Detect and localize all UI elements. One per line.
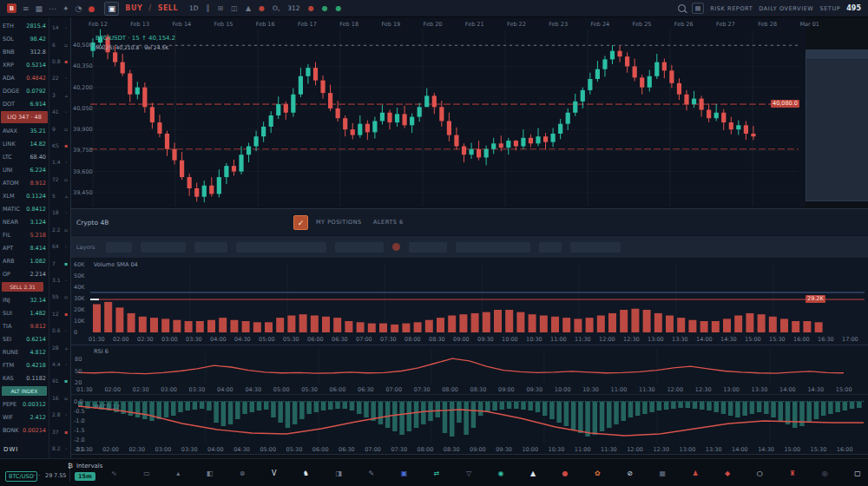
setup-link[interactable]: SETUP [819,5,840,12]
search-icon[interactable] [678,4,686,12]
taskbar-icon[interactable]: ⊗ [240,470,246,477]
candlestick-chart[interactable] [71,17,806,208]
ghost-button[interactable] [106,242,132,253]
watchlist-row[interactable]: WIF2.412 [0,410,49,424]
indicator-icon[interactable]: ▲ [246,4,251,12]
taskbar-icon[interactable]: ✎ [369,470,375,477]
watchlist-row[interactable]: BONK0.00214 [0,424,49,437]
watchlist-row[interactable]: ATOM8.912 [0,176,49,189]
taskbar-icon[interactable]: ✿ [595,470,601,477]
screener-panel-icon[interactable]: ▤ [692,3,704,14]
metric-row[interactable]: 18◦ [49,204,70,220]
alt-index-chip[interactable]: ALT INDEX [2,386,47,396]
metric-row[interactable]: 22◦ [49,69,70,86]
taskbar-icon[interactable]: ♜ [789,470,795,477]
history-icon[interactable]: ◔ [76,4,82,13]
metric-row[interactable]: KS▪ [49,137,70,154]
metric-row[interactable]: 55▫ [49,288,70,305]
more-icon[interactable]: ⋯ [49,4,56,13]
taskbar-icon[interactable]: ▭ [143,470,150,477]
record-dot-icon[interactable]: ● [259,4,265,12]
watchlist-row[interactable]: DOGE0.0792 [0,84,49,97]
metric-row[interactable]: 6▫ [49,36,70,52]
metric-row[interactable]: 9▫ [49,120,70,136]
taskbar-icon[interactable]: ▣ [401,470,408,477]
watchlist-row[interactable]: TIA9.812 [0,319,49,332]
order-ticket-button[interactable]: ▣ [104,2,119,16]
watchlist-row[interactable]: MATIC0.8412 [0,202,49,215]
liquidation-alert-row[interactable]: LIQ 347 · 48 [1,111,48,123]
interval-button[interactable]: 1D [189,4,199,12]
taskbar-icon[interactable]: ▽ [466,470,471,477]
taskbar-icon[interactable]: ▢ [854,470,861,477]
taskbar-icon[interactable]: ◧ [207,470,214,477]
watchlist-row[interactable]: NEAR3.124 [0,215,49,228]
order-book-panel[interactable] [806,49,868,201]
sell-button[interactable]: SELL [158,4,178,12]
metric-row[interactable]: 41◦ [49,103,70,120]
status-green-icon[interactable]: ● [322,4,328,12]
watchlist-row[interactable]: LTC68.40 [0,150,49,163]
taskbar-icon[interactable]: ∿ [111,470,117,477]
watchlist-row[interactable]: XLM0.1124 [0,189,49,202]
open-label[interactable]: O, [273,4,279,12]
taskbar-icon[interactable]: ♟ [692,470,698,477]
metric-row[interactable]: 64◦ [49,238,70,254]
taskbar-icon[interactable]: ◆ [725,470,730,477]
metric-row[interactable]: 2.2▫ [49,221,70,238]
taskbar-icon[interactable]: ♞ [303,470,309,477]
taskbar-icon[interactable]: ▦ [659,470,666,477]
metric-row[interactable]: 91▪ [49,372,70,389]
watchlist-row[interactable]: LINK14.82 [0,137,49,150]
risk-report-link[interactable]: RISK REPORT [710,5,753,12]
watchlist-row[interactable]: ADA0.4842 [0,71,49,84]
volume-chart[interactable] [71,259,868,345]
taskbar-icon[interactable]: ⇄ [434,470,440,477]
watchlist-row[interactable]: SUI1.482 [0,306,49,319]
count-label[interactable]: 312 [287,4,299,12]
watchlist-row[interactable]: INJ32.14 [0,293,49,306]
watchlist-row[interactable]: FIL5.218 [0,228,49,241]
taskbar-icon[interactable]: ▲ [530,470,536,477]
ghost-button[interactable] [409,242,447,253]
metric-row[interactable]: 0.6◦ [49,322,70,338]
metric-row[interactable]: 14◦ [49,19,70,36]
interval-value-button[interactable]: 15m [75,472,95,481]
compare-icon[interactable]: ◫ [231,4,238,12]
alert-red-icon[interactable]: ● [308,4,314,12]
taskbar-icon[interactable]: ◨ [335,470,342,477]
ghost-button[interactable] [141,242,186,253]
taskbar-icon[interactable]: ◎ [822,470,828,477]
watchlist-row[interactable]: OP2.214 [0,267,49,280]
watchlist-row[interactable]: RUNE4.812 [0,345,49,358]
watchlist-row[interactable]: FTM0.4218 [0,358,49,371]
taskbar-icon[interactable]: ○ [757,470,763,477]
confirm-check-icon[interactable]: ✓ [293,215,308,230]
watchlist-row[interactable]: KAS0.1182 [0,371,49,384]
metric-row[interactable]: 3.1◦ [49,272,70,288]
daily-overview-link[interactable]: DAILY OVERVIEW [759,5,813,12]
ghost-button[interactable] [539,242,562,253]
price-chart-panel[interactable]: Feb 12Feb 13Feb 14Feb 15Feb 16Feb 17Feb … [71,17,806,208]
metric-row[interactable]: 16▫ [49,390,70,406]
layout-grid-icon[interactable]: ▦ [36,4,43,13]
ghost-button[interactable] [194,242,227,253]
watchlist-row[interactable]: BNB312.8 [0,45,49,58]
record-ghost-icon[interactable] [392,243,400,251]
ghost-button[interactable] [570,242,621,253]
alert-dot-icon[interactable]: ● [88,4,95,13]
alerts-tab[interactable]: ALERTS 6 [373,219,404,226]
watchlist-row[interactable]: SEI0.6214 [0,332,49,345]
ghost-button[interactable] [335,242,384,253]
metric-row[interactable]: 0.8▪ [49,53,70,69]
watchlist-row[interactable]: XRP0.5214 [0,58,49,71]
watchlist-row[interactable]: AVAX35.21 [0,124,49,137]
taskbar-icon[interactable]: V [272,470,276,477]
metric-row[interactable]: 72▫ [49,171,70,187]
metric-row[interactable]: 2.8◦ [49,406,70,423]
metric-row[interactable]: 28▵ [49,338,70,355]
metric-row[interactable]: 1.4◦ [49,154,70,170]
metric-row[interactable]: 12▪ [49,305,70,322]
metric-row[interactable]: 4.4◦ [49,356,70,372]
menu-icon[interactable]: ≡ [23,4,30,13]
